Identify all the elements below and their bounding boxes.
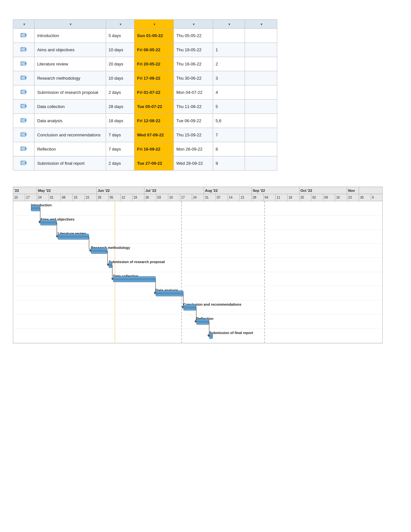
svg-point-20 <box>21 121 22 122</box>
gantt-chart: '22May '22Jun '22Jul '22Aug '22Sep '22Oc… <box>13 187 383 343</box>
gantt-week-cell: 07 <box>216 194 228 201</box>
gantt-week-cell: 02 <box>311 194 323 201</box>
gantt-bar <box>156 291 183 296</box>
predecessors-cell: 4 <box>213 85 245 100</box>
predecessors-cell: 5 <box>213 100 245 114</box>
task-mode-cell <box>13 100 34 114</box>
gantt-task-row: Reflection <box>13 315 382 329</box>
task-mode-icon <box>20 89 27 95</box>
finish-cell: Thu 11-08-22 <box>174 100 213 114</box>
th-resource[interactable]: ▼ <box>245 20 277 29</box>
task-name-cell: Research methodology <box>34 71 106 85</box>
table-row: Research methodology10 daysFri 17-06-22T… <box>13 71 277 85</box>
gantt-month-header: '22May '22Jun '22Jul '22Aug '22Sep '22Oc… <box>13 187 382 194</box>
task-mode-icon <box>20 32 27 38</box>
gantt-week-cell: 31 <box>204 194 216 201</box>
table-row: Data analysis18 daysFri 12-08-22Tue 06-0… <box>13 114 277 128</box>
gantt-week-cell: 15 <box>73 194 85 201</box>
gantt-task-row: Research methodology <box>13 244 382 258</box>
duration-cell: 7 days <box>106 142 134 156</box>
gantt-task-row: Conclusion and recommendations <box>13 300 382 315</box>
task-mode-cell <box>13 85 34 100</box>
svg-point-11 <box>21 79 22 80</box>
th-finish[interactable]: ▼ <box>174 20 213 29</box>
finish-cell: Thu 15-09-22 <box>174 128 213 142</box>
gantt-week-cell: 01 <box>49 194 61 201</box>
table-row: Literature review20 daysFri 20-05-22Thu … <box>13 57 277 71</box>
svg-point-14 <box>21 93 22 94</box>
task-mode-icon <box>20 103 27 109</box>
gantt-week-cell: 17 <box>25 194 37 201</box>
gantt-bar-label: Submission of final report <box>209 331 253 335</box>
th-start[interactable]: ▼ <box>134 20 174 29</box>
gantt-week-cell: 16 <box>335 194 347 201</box>
gantt-week-cell: 23 <box>347 194 359 201</box>
gantt-bar <box>31 205 40 211</box>
task-name-cell: Introduction <box>34 29 106 43</box>
table-row: Reflection7 daysFri 16-09-22Mon 26-09-22… <box>13 142 277 156</box>
gantt-week-cell: 30 <box>359 194 371 201</box>
gantt-week-cell: 10 <box>13 194 25 201</box>
task-mode-icon <box>20 117 27 123</box>
svg-point-5 <box>21 50 22 51</box>
task-mode-cell <box>13 29 34 43</box>
duration-cell: 18 days <box>106 114 134 128</box>
resource-cell <box>245 29 277 43</box>
gantt-week-cell: 22 <box>85 194 97 201</box>
gantt-month-cell: Aug '22 <box>204 187 252 194</box>
gantt-week-cell: 19 <box>132 194 144 201</box>
duration-cell: 7 days <box>106 128 134 142</box>
gantt-bar <box>40 220 57 225</box>
task-mode-cell <box>13 43 34 57</box>
task-mode-cell <box>13 156 34 171</box>
th-task-name[interactable]: ▼ <box>34 20 106 29</box>
task-name-cell: Reflection <box>34 142 106 156</box>
task-mode-cell <box>13 57 34 71</box>
table-row: Submission of final report2 daysTue 27-0… <box>13 156 277 171</box>
gantt-task-row: Literature review <box>13 230 382 244</box>
finish-cell: Thu 05-05-22 <box>174 29 213 43</box>
finish-cell: Thu 19-05-22 <box>174 43 213 57</box>
gantt-week-cell: 11 <box>276 194 288 201</box>
gantt-task-row: Data collection <box>13 272 382 286</box>
gantt-bar <box>109 262 112 268</box>
th-duration[interactable]: ▼ <box>106 20 134 29</box>
task-name-cell: Submission of research proposal <box>34 85 106 100</box>
start-cell: Tue 05-07-22 <box>134 100 174 114</box>
gantt-month-cell: May '22 <box>37 187 97 194</box>
gantt-task-row: Aims and objectives <box>13 215 382 230</box>
start-cell: Wed 07-09-22 <box>134 128 174 142</box>
table-row: Submission of research proposal2 daysFri… <box>13 85 277 100</box>
gantt-week-cell: 24 <box>37 194 49 201</box>
gantt-month-cell: Nov <box>347 187 359 194</box>
resource-cell <box>245 142 277 156</box>
predecessors-cell: 8 <box>213 142 245 156</box>
gantt-bar-label: Submission of research proposal <box>109 260 165 264</box>
gantt-task-row: Data analysis <box>13 286 382 300</box>
predecessors-cell <box>213 29 245 43</box>
predecessors-cell: 2 <box>213 57 245 71</box>
duration-cell: 10 days <box>106 43 134 57</box>
gantt-bar <box>58 234 89 240</box>
gantt-month-cell: Jul '22 <box>144 187 204 194</box>
gantt-week-cell: 10 <box>168 194 180 201</box>
gantt-bar <box>196 319 209 325</box>
gantt-month-cell: Jun '22 <box>97 187 144 194</box>
duration-cell: 10 days <box>106 71 134 85</box>
gantt-week-cell: 04 <box>264 194 276 201</box>
task-name-cell: Aims and objectives <box>34 43 106 57</box>
svg-point-17 <box>21 107 22 108</box>
finish-cell: Mon 26-09-22 <box>174 142 213 156</box>
task-name-cell: Conclusion and recommendations <box>34 128 106 142</box>
start-cell: Tue 27-09-22 <box>134 156 174 171</box>
task-mode-icon <box>20 146 27 152</box>
duration-cell: 5 days <box>106 29 134 43</box>
duration-cell: 28 days <box>106 100 134 114</box>
task-name-cell: Data analysis <box>34 114 106 128</box>
finish-cell: Tue 06-09-22 <box>174 114 213 128</box>
gantt-week-cell: 18 <box>288 194 299 201</box>
th-task-mode[interactable]: ▼ <box>13 20 34 29</box>
th-predecessors[interactable]: ▼ <box>213 20 245 29</box>
start-cell: Fri 12-08-22 <box>134 114 174 128</box>
predecessors-cell: 9 <box>213 156 245 171</box>
